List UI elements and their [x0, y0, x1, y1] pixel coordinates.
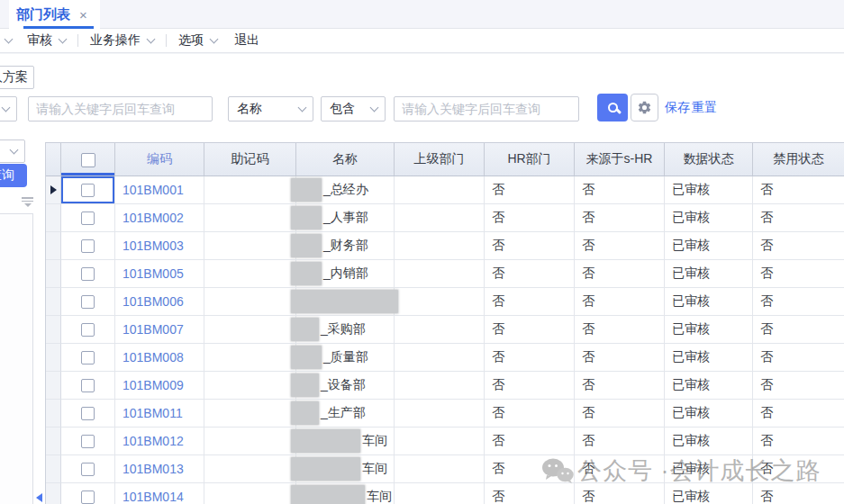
- table-row[interactable]: 101BM001 _总经办 否 否 已审核 否: [46, 176, 844, 204]
- filter-operator-select[interactable]: 包含: [321, 96, 386, 122]
- search-icon: [608, 103, 618, 112]
- menu-exit[interactable]: 退出: [234, 32, 259, 49]
- row-name-suffix: 车间: [362, 433, 387, 449]
- splitter-collapse-arrow-icon[interactable]: [36, 493, 42, 502]
- row-checkbox[interactable]: [81, 267, 95, 281]
- header-disabled-status[interactable]: 禁用状态: [753, 143, 844, 176]
- row-checkbox[interactable]: [81, 212, 95, 225]
- panel-collapse-handle[interactable]: [22, 197, 33, 207]
- chevron-down-icon[interactable]: [5, 35, 14, 44]
- table-row[interactable]: 101BM007 _采购部 否 否 已审核 否: [46, 316, 844, 344]
- search-button[interactable]: [597, 94, 628, 122]
- row-code[interactable]: 101BM013: [115, 455, 204, 483]
- row-code[interactable]: 101BM014: [115, 483, 204, 504]
- row-checkbox-cell[interactable]: [61, 400, 115, 428]
- row-checkbox[interactable]: [81, 463, 95, 476]
- tree-filter-select[interactable]: [0, 140, 25, 163]
- cell-parent-dept: [395, 344, 485, 372]
- row-code[interactable]: 101BM002: [115, 204, 204, 232]
- row-checkbox[interactable]: [81, 323, 95, 337]
- row-code[interactable]: 101BM006: [115, 288, 204, 316]
- row-checkbox-cell[interactable]: [61, 428, 115, 455]
- redaction-block: [291, 178, 322, 202]
- header-name[interactable]: 名称: [296, 143, 395, 176]
- cell-disabled-status: 否: [753, 483, 844, 504]
- tab-close-icon[interactable]: ×: [79, 7, 87, 22]
- filter-field-select[interactable]: 名称: [228, 96, 313, 122]
- row-mnemonic: [204, 483, 296, 504]
- save-scheme-link[interactable]: 保存: [665, 100, 690, 116]
- row-mnemonic: [204, 455, 296, 483]
- header-data-status[interactable]: 数据状态: [665, 143, 753, 176]
- row-name-suffix: _设备部: [321, 377, 366, 393]
- row-checkbox[interactable]: [81, 379, 95, 392]
- cell-hr-dept: 否: [485, 176, 575, 204]
- row-code[interactable]: 101BM008: [115, 344, 204, 372]
- table-row[interactable]: 101BM013 车间 否 否 已审核 否: [46, 455, 844, 483]
- row-checkbox-cell[interactable]: [61, 344, 115, 372]
- row-checkbox[interactable]: [81, 435, 95, 448]
- header-parent-dept[interactable]: 上级部门: [395, 143, 485, 176]
- scheme-select[interactable]: [0, 96, 17, 122]
- cell-from-shr: 否: [575, 400, 665, 428]
- row-code[interactable]: 101BM011: [115, 400, 204, 428]
- table-row[interactable]: 101BM002 _人事部 否 否 已审核 否: [46, 204, 844, 232]
- row-checkbox-cell[interactable]: [61, 316, 115, 344]
- row-checkbox-cell[interactable]: [61, 232, 115, 260]
- filter-settings-button[interactable]: [631, 94, 658, 122]
- menu-audit[interactable]: 审核: [27, 32, 66, 49]
- row-checkbox[interactable]: [81, 490, 95, 504]
- table-row[interactable]: 101BM006 否 否 已审核 否: [46, 288, 844, 316]
- query-button[interactable]: 查询: [0, 164, 27, 187]
- header-from-shr[interactable]: 来源于s-HR: [575, 143, 665, 176]
- row-checkbox[interactable]: [81, 184, 95, 197]
- header-code[interactable]: 编码: [115, 143, 204, 176]
- row-code[interactable]: 101BM007: [115, 316, 204, 344]
- row-name-cell: _设备部: [296, 372, 395, 400]
- menu-options[interactable]: 选项: [178, 32, 217, 49]
- header-mnemonic[interactable]: 助记码: [204, 143, 296, 176]
- table-row[interactable]: 101BM009 _设备部 否 否 已审核 否: [46, 372, 844, 400]
- row-name-cell: 车间: [296, 428, 395, 455]
- row-checkbox[interactable]: [81, 407, 95, 420]
- row-checkbox-cell[interactable]: [61, 176, 115, 204]
- header-select-all[interactable]: [61, 143, 115, 176]
- row-checkbox-cell[interactable]: [61, 483, 115, 504]
- row-code[interactable]: 101BM005: [115, 260, 204, 288]
- row-code[interactable]: 101BM003: [115, 232, 204, 260]
- cell-from-shr: 否: [575, 260, 665, 288]
- row-checkbox-cell[interactable]: [61, 455, 115, 483]
- scheme-button[interactable]: 人方案: [0, 66, 34, 89]
- cell-hr-dept: 否: [485, 260, 575, 288]
- row-checkbox-cell[interactable]: [61, 260, 115, 288]
- menu-business-ops[interactable]: 业务操作: [90, 32, 154, 49]
- tab-department-list[interactable]: 部门列表 ×: [9, 0, 100, 29]
- row-checkbox-cell[interactable]: [61, 372, 115, 400]
- header-hr-dept[interactable]: HR部门: [485, 143, 575, 176]
- cell-hr-dept: 否: [485, 372, 575, 400]
- row-code[interactable]: 101BM012: [115, 428, 204, 455]
- cell-parent-dept: [395, 288, 485, 316]
- table-row[interactable]: 101BM012 车间 否 否 已审核 否: [46, 428, 844, 455]
- scheme-keyword-input[interactable]: [28, 96, 213, 122]
- row-mnemonic: [204, 372, 296, 400]
- row-code[interactable]: 101BM001: [115, 176, 204, 204]
- row-checkbox[interactable]: [81, 295, 95, 309]
- row-name-cell: _质量部: [296, 344, 395, 372]
- row-checkbox-cell[interactable]: [61, 204, 115, 232]
- cell-hr-dept: 否: [485, 455, 575, 483]
- redaction-block: [291, 262, 322, 285]
- row-checkbox[interactable]: [81, 351, 95, 364]
- reset-scheme-link[interactable]: 重置: [692, 100, 717, 116]
- row-code[interactable]: 101BM009: [115, 372, 204, 400]
- table-row[interactable]: 101BM011 _生产部 否 否 已审核 否: [46, 400, 844, 428]
- row-mnemonic: [204, 428, 296, 455]
- row-checkbox-cell[interactable]: [61, 288, 115, 316]
- table-row[interactable]: 101BM005 _内销部 否 否 已审核 否: [46, 260, 844, 288]
- table-row[interactable]: 101BM003 _财务部 否 否 已审核 否: [46, 232, 844, 260]
- table-row[interactable]: 101BM008 _质量部 否 否 已审核 否: [46, 344, 844, 372]
- select-all-checkbox[interactable]: [81, 153, 95, 167]
- filter-keyword-input[interactable]: [394, 96, 579, 122]
- row-checkbox[interactable]: [81, 239, 95, 253]
- table-row[interactable]: 101BM014 车间 否 否 已审核 否: [46, 483, 844, 504]
